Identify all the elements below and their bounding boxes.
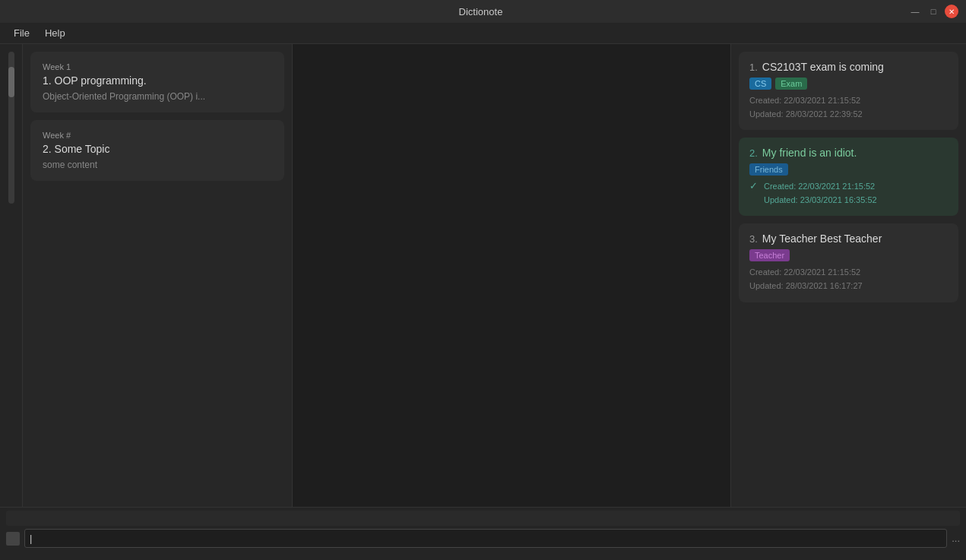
sidebar-narrow — [0, 44, 23, 507]
bottom-area: ... — [0, 507, 966, 560]
note-entry-3-updated: Updated: 28/03/2021 16:17:27 — [749, 280, 948, 293]
note-entry-3-number: 3. — [749, 233, 758, 245]
bottom-input-wrapper: ... — [6, 529, 960, 548]
note-card-2-week: Week # — [43, 131, 272, 140]
note-entry-2-tags: Friends — [749, 163, 948, 176]
note-entry-1-header: 1. CS2103T exam is coming — [749, 61, 948, 73]
sidebar-scrollbar-thumb[interactable] — [8, 67, 14, 97]
note-entry-2-updated: Updated: 23/03/2021 16:35:52 — [764, 194, 877, 207]
note-entry-1-tags: CS Exam — [749, 78, 948, 90]
tag-exam[interactable]: Exam — [775, 78, 807, 90]
note-card-1-content: Object-Oriented Programming (OOP) i... — [43, 91, 272, 102]
note-entry-3-title: My Teacher Best Teacher — [762, 233, 882, 245]
menubar: File Help — [0, 23, 966, 44]
note-entry-2-number: 2. — [749, 147, 758, 159]
menu-help[interactable]: Help — [37, 24, 73, 42]
maximize-icon: □ — [931, 7, 936, 16]
note-entry-3-header: 3. My Teacher Best Teacher — [749, 233, 948, 245]
note-card-1[interactable]: Week 1 1. OOP programming. Object-Orient… — [30, 52, 284, 112]
maximize-button[interactable]: □ — [926, 5, 940, 18]
note-card-1-week: Week 1 — [43, 62, 272, 71]
menu-file[interactable]: File — [6, 24, 37, 42]
sidebar-scrollbar[interactable] — [8, 52, 14, 204]
window-controls: — □ ✕ — [908, 5, 958, 18]
left-panel: Week 1 1. OOP programming. Object-Orient… — [23, 44, 293, 507]
note-entry-2[interactable]: 2. My friend is an idiot. Friends ✓ Crea… — [739, 138, 958, 216]
note-entry-3-tags: Teacher — [749, 249, 948, 261]
note-card-2[interactable]: Week # 2. Some Topic some content — [30, 120, 284, 181]
note-entry-2-created: Created: 22/03/2021 21:15:52 — [764, 180, 877, 194]
bottom-square-button[interactable] — [6, 532, 20, 546]
note-entry-1-title: CS2103T exam is coming — [762, 61, 884, 73]
note-card-1-title: 1. OOP programming. — [43, 74, 272, 87]
tag-teacher[interactable]: Teacher — [749, 249, 790, 261]
note-entry-2-title: My friend is an idiot. — [762, 147, 857, 159]
note-entry-1-updated: Updated: 28/03/2021 22:39:52 — [749, 108, 948, 122]
right-panel: 1. CS2103T exam is coming CS Exam Create… — [730, 44, 966, 507]
note-entry-2-header: 2. My friend is an idiot. — [749, 147, 948, 159]
checkmark-icon: ✓ — [749, 180, 758, 191]
bottom-info-bar — [6, 511, 960, 526]
main-content: Week 1 1. OOP programming. Object-Orient… — [0, 44, 966, 507]
note-entry-1-number: 1. — [749, 62, 758, 73]
tag-cs[interactable]: CS — [749, 78, 771, 90]
note-entry-3[interactable]: 3. My Teacher Best Teacher Teacher Creat… — [739, 223, 958, 302]
close-icon: ✕ — [949, 8, 955, 16]
note-entry-3-created: Created: 22/03/2021 21:15:52 — [749, 266, 948, 280]
close-button[interactable]: ✕ — [945, 5, 958, 18]
note-entry-1-created: Created: 22/03/2021 21:15:52 — [749, 94, 948, 108]
minimize-button[interactable]: — — [908, 5, 922, 18]
note-card-2-content: some content — [43, 160, 272, 170]
tag-friends[interactable]: Friends — [749, 163, 788, 176]
bottom-dots-button[interactable]: ... — [952, 533, 960, 544]
middle-panel — [293, 44, 730, 507]
titlebar: Dictionote — □ ✕ — [0, 0, 966, 23]
bottom-input[interactable] — [24, 529, 947, 548]
app-title: Dictionote — [53, 6, 908, 17]
note-entry-1[interactable]: 1. CS2103T exam is coming CS Exam Create… — [739, 52, 958, 130]
minimize-icon: — — [911, 7, 920, 16]
note-card-2-title: 2. Some Topic — [43, 143, 272, 155]
